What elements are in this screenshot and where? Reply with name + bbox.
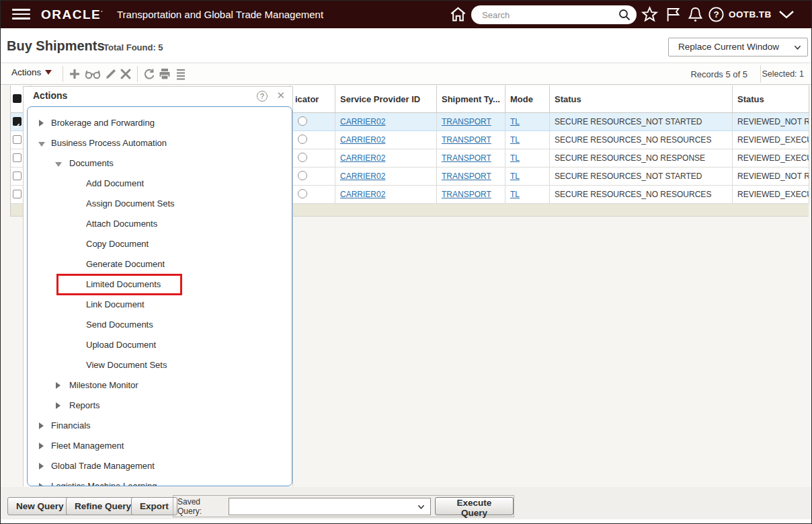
- row-checkbox[interactable]: [13, 190, 22, 198]
- column-header: Service Provider ID: [335, 85, 437, 112]
- indicator-radio[interactable]: [298, 189, 307, 198]
- tree-item-label: Logistics Machine Learning: [51, 476, 157, 486]
- shipment-type-link[interactable]: TRANSPORT: [442, 172, 491, 181]
- tree-item-milestone-monitor[interactable]: Milestone Monitor: [28, 375, 292, 396]
- indicator-radio[interactable]: [298, 171, 307, 180]
- new-query-button[interactable]: New Query: [7, 497, 73, 515]
- tree-item-assign-document-sets[interactable]: Assign Document Sets: [28, 194, 292, 214]
- shipment-type-link[interactable]: TRANSPORT: [442, 117, 491, 126]
- collapse-arrow-icon[interactable]: [55, 162, 62, 167]
- search-icon[interactable]: [618, 9, 631, 21]
- saved-query-select[interactable]: [229, 498, 431, 515]
- mode-link[interactable]: TL: [510, 190, 520, 199]
- mode-link[interactable]: TL: [510, 135, 520, 145]
- tree-item-financials[interactable]: Financials: [28, 416, 292, 436]
- tree-item-logistics-machine-learning[interactable]: Logistics Machine Learning: [28, 476, 292, 486]
- tree-item-label: Generate Document: [86, 254, 165, 274]
- row-checkbox[interactable]: [13, 172, 22, 180]
- service-provider-link[interactable]: CARRIER02: [340, 153, 385, 163]
- tree-item-label: View Document Sets: [86, 355, 167, 375]
- popup-help-icon[interactable]: ?: [257, 91, 268, 102]
- toolbar: Actions Records 5 of 5 Selected: 1: [1, 63, 811, 85]
- chevron-down-icon[interactable]: [776, 8, 797, 22]
- tree-item-global-trade-management[interactable]: Global Trade Management: [28, 456, 292, 476]
- shipment-type-link[interactable]: TRANSPORT: [442, 190, 491, 199]
- actions-menu-button[interactable]: Actions: [11, 67, 52, 77]
- mode-link[interactable]: TL: [510, 153, 520, 163]
- row-checkbox[interactable]: [13, 153, 22, 162]
- status2-cell: REVIEWED_NOT REV: [733, 167, 809, 185]
- tree-item-business-process-automation[interactable]: Business Process Automation: [28, 133, 292, 153]
- tree-item-brokerage-and-forwarding[interactable]: Brokerage and Forwarding: [28, 113, 292, 133]
- expand-arrow-icon[interactable]: [56, 382, 60, 389]
- refine-query-button[interactable]: Refine Query: [66, 497, 140, 515]
- shipment-type-link-cell: TRANSPORT: [437, 113, 505, 130]
- hamburger-menu-icon[interactable]: [12, 9, 30, 20]
- mode-link[interactable]: TL: [510, 172, 520, 181]
- service-provider-link[interactable]: CARRIER02: [340, 190, 385, 199]
- edit-icon[interactable]: [104, 67, 118, 81]
- export-button[interactable]: Export: [131, 497, 177, 515]
- tree-item-documents[interactable]: Documents: [28, 153, 292, 174]
- tree-item-generate-document[interactable]: Generate Document: [28, 254, 292, 274]
- tree-item-fleet-management[interactable]: Fleet Management: [28, 436, 292, 456]
- user-menu[interactable]: OOTB.TB: [729, 9, 772, 20]
- selected-count-label: Selected: 1: [762, 69, 804, 79]
- search-box: [471, 5, 637, 24]
- execute-query-button[interactable]: Execute Query: [435, 497, 514, 515]
- chevron-down-icon: [417, 503, 425, 511]
- expand-arrow-icon[interactable]: [39, 120, 44, 126]
- flag-icon[interactable]: [664, 5, 682, 24]
- tree-item-view-document-sets[interactable]: View Document Sets: [28, 355, 292, 375]
- tree-item-upload-document[interactable]: Upload Document: [28, 335, 292, 355]
- indicator-radio[interactable]: [298, 116, 307, 126]
- mode-link-cell: TL: [505, 149, 550, 167]
- row-checkbox[interactable]: [13, 135, 22, 144]
- favorites-star-icon[interactable]: [641, 5, 659, 24]
- tree-item-add-document[interactable]: Add Document: [28, 174, 292, 194]
- indicator-radio[interactable]: [298, 135, 307, 144]
- shipment-type-link-cell: TRANSPORT: [437, 186, 505, 203]
- tree-item-send-documents[interactable]: Send Documents: [28, 315, 292, 335]
- tree-item-link-document[interactable]: Link Document: [28, 295, 292, 315]
- expand-arrow-icon[interactable]: [39, 463, 44, 470]
- expand-arrow-icon[interactable]: [39, 443, 44, 449]
- toolbar-separator: [760, 65, 761, 83]
- collapse-arrow-icon[interactable]: [38, 142, 45, 147]
- refresh-icon[interactable]: [143, 67, 156, 81]
- service-provider-link[interactable]: CARRIER02: [340, 117, 385, 126]
- status-cell: SECURE RESOURCES_NO RESPONSE: [550, 149, 733, 167]
- home-icon[interactable]: [449, 5, 467, 24]
- tree-item-reports[interactable]: Reports: [28, 396, 292, 416]
- toolbar-separator: [137, 66, 138, 82]
- indicator-radio[interactable]: [298, 153, 307, 162]
- view-icon[interactable]: [84, 67, 102, 81]
- notifications-bell-icon[interactable]: [686, 5, 704, 24]
- service-provider-link[interactable]: CARRIER02: [340, 172, 385, 181]
- status-cell: SECURE RESOURCES_NO RESOURCES: [550, 186, 733, 203]
- mode-link[interactable]: TL: [510, 117, 520, 126]
- service-provider-link[interactable]: CARRIER02: [340, 135, 385, 145]
- search-input[interactable]: [482, 6, 610, 24]
- row-checkbox[interactable]: [13, 117, 22, 126]
- expand-arrow-icon[interactable]: [56, 402, 60, 409]
- window-mode-select[interactable]: Replace Current Window: [668, 38, 808, 57]
- help-icon[interactable]: ?: [707, 5, 725, 24]
- list-icon[interactable]: [174, 67, 188, 81]
- shipment-type-link[interactable]: TRANSPORT: [442, 153, 491, 163]
- tree-item-attach-documents[interactable]: Attach Documents: [28, 214, 292, 234]
- oracle-logo: ORACLE’: [41, 7, 104, 22]
- expand-arrow-icon[interactable]: [39, 483, 44, 486]
- popup-close-icon[interactable]: ✕: [276, 89, 285, 102]
- select-all-checkbox[interactable]: [13, 94, 22, 103]
- page-header: Buy Shipments Total Found: 5 Replace Cur…: [1, 28, 811, 63]
- delete-icon[interactable]: [119, 67, 132, 81]
- caret-down-icon: [45, 70, 52, 75]
- tree-item-copy-document[interactable]: Copy Document: [28, 234, 292, 254]
- shipment-type-link[interactable]: TRANSPORT: [442, 135, 491, 145]
- add-icon[interactable]: [68, 67, 81, 81]
- expand-arrow-icon[interactable]: [39, 422, 44, 429]
- print-icon[interactable]: [158, 67, 171, 81]
- mode-link-cell: TL: [505, 113, 550, 130]
- tree-item-limited-documents[interactable]: Limited Documents: [28, 274, 292, 295]
